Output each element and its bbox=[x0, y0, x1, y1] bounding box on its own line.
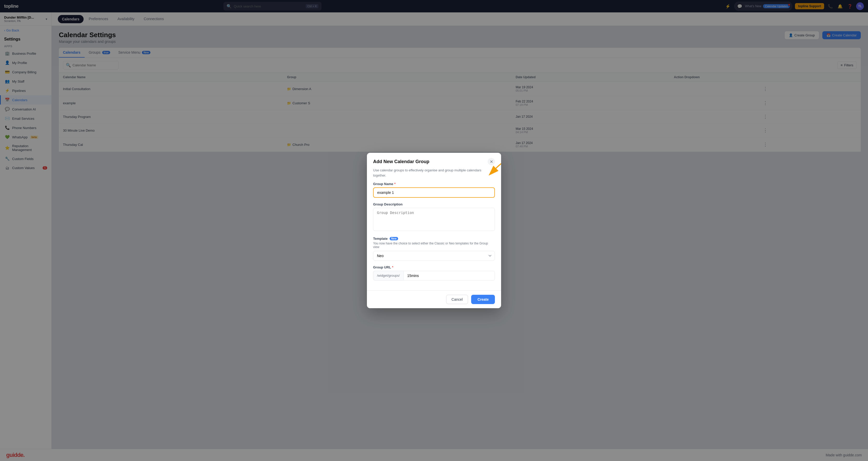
template-new-badge: New bbox=[390, 237, 398, 240]
group-name-input[interactable] bbox=[373, 187, 495, 198]
group-description-textarea[interactable] bbox=[373, 208, 495, 231]
modal-close-button[interactable]: ✕ bbox=[488, 158, 495, 165]
group-name-label: Group Name * bbox=[373, 182, 495, 186]
modal-footer: Cancel Create bbox=[367, 290, 501, 308]
template-field: Template New You now have the choice to … bbox=[373, 237, 495, 261]
cancel-button[interactable]: Cancel bbox=[446, 295, 468, 304]
modal-description: Use calendar groups to effectively organ… bbox=[367, 165, 501, 182]
url-prefix: /widget/groups/ bbox=[373, 271, 403, 281]
group-name-required: * bbox=[394, 182, 396, 186]
url-input[interactable] bbox=[403, 271, 495, 281]
template-label: Template New bbox=[373, 237, 495, 241]
template-description: You now have the choice to select either… bbox=[373, 242, 495, 249]
template-select[interactable]: Classic Neo bbox=[373, 251, 495, 261]
group-url-required: * bbox=[392, 265, 393, 269]
modal-title: Add New Calendar Group bbox=[373, 159, 429, 164]
group-url-label: Group URL * bbox=[373, 265, 495, 269]
modal-header: Add New Calendar Group ✕ bbox=[367, 153, 501, 165]
group-url-field: Group URL * /widget/groups/ bbox=[373, 265, 495, 281]
modal-body: Group Name * Group Description Template … bbox=[367, 182, 501, 290]
modal-overlay[interactable]: Add New Calendar Group ✕ Use calendar gr… bbox=[0, 0, 868, 461]
create-button[interactable]: Create bbox=[471, 295, 495, 304]
add-calendar-group-modal: Add New Calendar Group ✕ Use calendar gr… bbox=[367, 153, 501, 308]
group-description-field: Group Description bbox=[373, 203, 495, 232]
url-group: /widget/groups/ bbox=[373, 271, 495, 281]
group-name-field: Group Name * bbox=[373, 182, 495, 198]
group-description-label: Group Description bbox=[373, 203, 495, 206]
